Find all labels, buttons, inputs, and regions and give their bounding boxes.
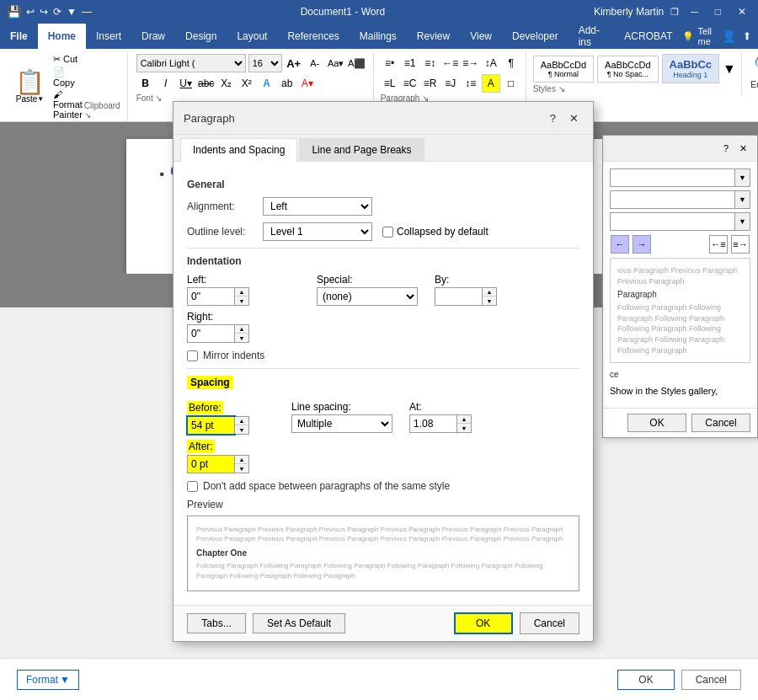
tab-layout[interactable]: Layout [227,24,277,49]
cut-button[interactable]: ✂ Cut [53,54,83,65]
left-spin-down[interactable]: ▼ [235,297,248,305]
bold-btn[interactable]: B [136,74,155,93]
align-center-btn[interactable]: ≡C [401,74,419,93]
italic-btn[interactable]: I [157,74,175,93]
tab-indents-spacing[interactable]: Indents and Spacing [180,138,297,162]
more-btn[interactable]: — [82,6,92,18]
tab-developer[interactable]: Developer [502,24,568,49]
increase-font-btn[interactable]: A+ [285,54,303,72]
alignment-select[interactable]: Left Center Right Justified [263,197,372,216]
tab-line-page-breaks[interactable]: Line and Page Breaks [299,138,424,161]
maximize-btn[interactable]: □ [710,4,726,19]
line-spacing-btn[interactable]: ↕≡ [462,74,480,93]
tab-view[interactable]: View [460,24,502,49]
numbering-btn[interactable]: ≡1 [401,54,419,72]
left-input[interactable] [188,288,234,305]
style-no-spacing[interactable]: AaBbCcDd ¶ No Spac... [597,56,658,83]
editing-group: 🔍 Editing [744,52,758,91]
dialog-body: General Alignment: Left Center Right Jus… [173,162,593,307]
restore-btn[interactable]: ❐ [670,7,679,18]
paragraph-dialog: Paragraph ? ✕ Indents and Spacing Line a… [173,101,594,307]
redo-btn[interactable]: ↪ [40,6,48,18]
tell-me-input[interactable]: Tell me [697,26,712,46]
autosave-btn[interactable]: ⟳ [53,6,61,18]
clear-format-btn[interactable]: A⬛ [348,54,366,72]
styles-group-label: Styles ↘ [533,84,736,94]
paragraph-group: ≡• ≡1 ≡↕ ←≡ ≡→ ↕A ¶ ≡L ≡C ≡R ≡J ↕≡ A □ P… [376,52,526,104]
change-case-btn[interactable]: Aa▾ [327,54,345,72]
tell-me-icon: 💡 [682,31,694,42]
by-input[interactable] [435,288,482,305]
tab-acrobat[interactable]: ACROBAT [614,24,682,49]
underline-btn[interactable]: U▾ [177,74,195,93]
undo-btn[interactable]: ↩ [26,6,35,18]
collapsed-checkbox-label[interactable]: Collapsed by default [382,226,488,238]
left-input-group: ▲ ▼ [187,287,249,306]
style-heading1[interactable]: AaBbCc Heading 1 [662,54,720,83]
dialog-title-bar: Paragraph ? ✕ [173,102,593,135]
find-btn[interactable]: 🔍 [753,54,758,76]
tab-insert[interactable]: Insert [86,24,131,49]
special-select[interactable]: (none) First line Hanging [317,287,418,306]
special-group: Special: (none) First line Hanging [317,274,418,306]
tab-design[interactable]: Design [175,24,227,49]
tab-review[interactable]: Review [407,24,460,49]
tab-references[interactable]: References [277,24,349,49]
tab-draw[interactable]: Draw [131,24,175,49]
borders-btn[interactable]: □ [502,74,520,93]
left-indent-group: Left: ▲ ▼ [187,274,249,306]
dialog-help-btn[interactable]: ? [545,110,561,126]
tab-addins[interactable]: Add-ins [568,24,615,49]
share-icon[interactable]: ⬆ [743,30,751,42]
show-marks-btn[interactable]: ¶ [502,54,520,72]
paste-button[interactable]: 📋 Paste ▼ [10,69,50,105]
collapsed-checkbox[interactable] [382,227,393,238]
bullets-btn[interactable]: ≡• [381,54,399,72]
multilevel-btn[interactable]: ≡↕ [421,54,440,72]
subscript-btn[interactable]: X₂ [217,74,236,93]
font-name-select[interactable]: Calibri Light ( [136,54,246,72]
increase-indent-btn[interactable]: ≡→ [462,54,480,72]
font-color-btn[interactable]: A▾ [298,74,317,93]
sort-btn[interactable]: ↕A [482,54,500,72]
by-input-group: ▲ ▼ [435,287,497,306]
word-icon: 💾 [7,5,21,19]
font-size-select[interactable]: 16 [248,54,282,72]
general-section-title: General [187,179,579,190]
title-bar-right: Kimberly Martin ❐ ─ □ ✕ [594,4,751,19]
styles-more-btn[interactable]: ▼ [723,61,736,77]
outline-select[interactable]: Level 1 Level 2 Body Text [263,222,372,241]
bullet-symbol: ■ [160,170,164,178]
styles-group: AaBbCcDd ¶ Normal AaBbCcDd ¶ No Spac... … [528,52,742,95]
style-normal[interactable]: AaBbCcDd ¶ Normal [533,56,594,83]
tab-home[interactable]: Home [38,24,86,49]
justify-btn[interactable]: ≡J [441,74,460,93]
shading-btn[interactable]: A [482,74,500,93]
highlight-btn[interactable]: ab [278,74,296,93]
copy-button[interactable]: 📄 Copy [53,67,83,88]
close-btn[interactable]: ✕ [733,4,751,19]
indentation-section-title: Indentation [187,255,579,267]
by-group: By: ▲ ▼ [435,274,497,306]
format-painter-button[interactable]: 🖌 Format Painter [53,89,83,120]
left-spin-up[interactable]: ▲ [235,288,248,297]
strikethrough-btn[interactable]: abc [197,74,216,93]
dialog-close-btn[interactable]: ✕ [564,109,583,127]
align-right-btn[interactable]: ≡R [421,74,440,93]
dialog-controls: ? ✕ [545,109,583,127]
decrease-indent-btn[interactable]: ←≡ [441,54,460,72]
by-label: By: [435,274,497,286]
text-effect-btn[interactable]: A [258,74,276,93]
align-left-btn[interactable]: ≡L [381,74,399,93]
collapsed-label-text: Collapsed by default [397,226,488,238]
decrease-font-btn[interactable]: A- [306,54,324,72]
superscript-btn[interactable]: X² [238,74,256,93]
quick-access-btn[interactable]: ▼ [67,6,77,18]
minimize-btn[interactable]: ─ [686,4,703,19]
by-spin-up[interactable]: ▲ [483,288,496,297]
user-profile-icon[interactable]: 👤 [722,29,736,43]
tab-mailings[interactable]: Mailings [350,24,407,49]
user-name: Kimberly Martin [594,6,664,18]
tab-file[interactable]: File [0,24,38,49]
by-spin-down[interactable]: ▼ [483,297,496,305]
